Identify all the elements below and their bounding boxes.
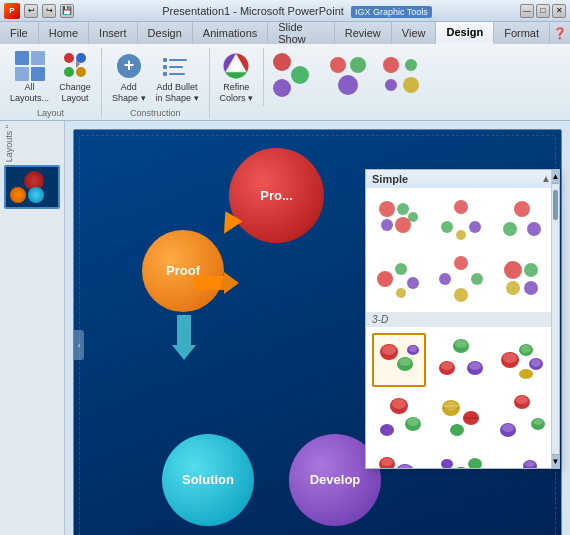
gallery-item-2[interactable] [323,50,373,100]
change-layout-icon [59,50,91,82]
svg-point-44 [503,222,517,236]
add-shape-icon: + [113,50,145,82]
svg-point-53 [454,288,468,302]
3d-item-4[interactable] [372,391,426,445]
scrollbar-thumb[interactable] [553,190,558,220]
add-shape-svg: + [113,50,145,82]
3d-item-3[interactable] [495,333,549,387]
add-bullet-label: Add Bulletin Shape ▾ [156,82,199,104]
tab-animations[interactable]: Animations [193,22,268,44]
simple-svg-1 [375,197,423,245]
3d-item-6[interactable] [495,391,549,445]
minimize-button[interactable]: — [520,4,534,18]
simple-item-5[interactable] [434,252,488,306]
tab-design[interactable]: Design [138,22,193,44]
gallery-item-1[interactable] [270,50,320,100]
simple-item-4[interactable] [372,252,426,306]
svg-point-54 [504,261,522,279]
3d-svg-3 [498,336,546,384]
svg-point-107 [525,461,535,467]
3d-item-1[interactable] [372,333,426,387]
svg-point-71 [503,353,517,363]
3d-item-9[interactable] [495,449,549,468]
refine-colors-svg [220,48,252,84]
scrollbar-up[interactable]: ▲ [552,170,559,184]
svg-point-96 [381,458,393,466]
simple-item-1[interactable] [372,194,426,248]
simple-svg-5 [437,255,485,303]
construction-group-label: Construction [130,108,181,118]
igx-badge: IGX Graphic Tools [351,6,432,18]
change-layout-button[interactable]: ChangeLayout [55,48,95,106]
3d-item-2[interactable] [434,333,488,387]
collapse-arrow: ‹ [78,341,81,350]
close-button[interactable]: ✕ [552,4,566,18]
help-icon[interactable]: ❓ [553,25,567,41]
add-shape-button[interactable]: + AddShape ▾ [108,48,150,106]
svg-point-47 [395,263,407,275]
slide-canvas-area: Pro... Proof [65,121,570,535]
svg-point-6 [64,67,74,77]
tab-design-active[interactable]: Design [436,22,494,44]
3d-item-8[interactable] [434,449,488,468]
all-layouts-button[interactable]: AllLayouts... [6,48,53,106]
circle-process-label: Pro... [260,188,293,203]
all-layouts-icon [14,50,46,82]
dropdown-scroll-area[interactable]: 3-D [366,188,559,468]
svg-rect-14 [169,66,183,68]
quick-access-save[interactable]: 💾 [60,4,74,18]
tab-format[interactable]: Format [494,22,550,44]
svg-rect-13 [163,65,167,69]
svg-text:+: + [124,55,135,75]
layout-group-items: AllLayouts... [6,48,95,106]
svg-point-59 [382,345,396,355]
svg-point-45 [527,222,541,236]
simple-item-6[interactable] [495,252,549,306]
circle-develop-label: Develop [310,472,361,487]
3d-item-5[interactable] [434,391,488,445]
svg-point-35 [397,203,409,215]
collapse-handle[interactable]: ‹ [74,330,84,360]
window-controls: — □ ✕ [520,4,566,18]
3d-svg-9 [498,452,546,468]
ribbon-content: AllLayouts... [0,44,570,120]
maximize-button[interactable]: □ [536,4,550,18]
tab-insert[interactable]: Insert [89,22,138,44]
gallery-item-3[interactable] [376,50,426,100]
change-layout-svg [61,50,89,82]
simple-item-3[interactable] [495,194,549,248]
svg-point-34 [379,201,395,217]
3d-svg-7 [375,452,423,468]
tab-slideshow[interactable]: Slide Show [268,22,334,44]
svg-point-83 [444,402,458,410]
arrow-right-svg [189,268,239,298]
dropdown-header: Simple ▲ [366,170,559,188]
app-logo: P [4,3,20,19]
add-bullet-svg [161,50,193,82]
smartart-gallery-area [268,48,566,108]
quick-access-redo[interactable]: ↪ [42,4,56,18]
svg-rect-1 [31,51,45,65]
svg-point-103 [441,459,453,468]
tab-view[interactable]: View [392,22,437,44]
svg-point-39 [454,200,468,214]
ribbon-tabs: File Home Insert Design Animations Slide… [0,22,570,44]
tab-review[interactable]: Review [335,22,392,44]
slides-panel: Layouts " [0,121,65,535]
add-bullet-button[interactable]: Add Bulletin Shape ▾ [152,48,203,106]
simple-item-2[interactable] [434,194,488,248]
arrow-down-teal [169,310,199,367]
tab-home[interactable]: Home [39,22,89,44]
svg-point-73 [521,345,531,353]
smartart-dropdown: Simple ▲ [365,169,560,469]
scrollbar-down[interactable]: ▼ [552,454,559,468]
quick-access-undo[interactable]: ↩ [24,4,38,18]
3d-svg-5 [437,394,485,442]
tab-file[interactable]: File [0,22,39,44]
3d-svg-1 [375,336,423,384]
3d-item-7[interactable] [372,449,426,468]
dropdown-scrollbar[interactable]: ▲ ▼ [551,170,559,468]
refine-colors-button[interactable]: RefineColors ▾ [216,48,258,106]
layout-group: AllLayouts... [4,48,102,118]
slide-thumbnail[interactable] [4,165,60,209]
